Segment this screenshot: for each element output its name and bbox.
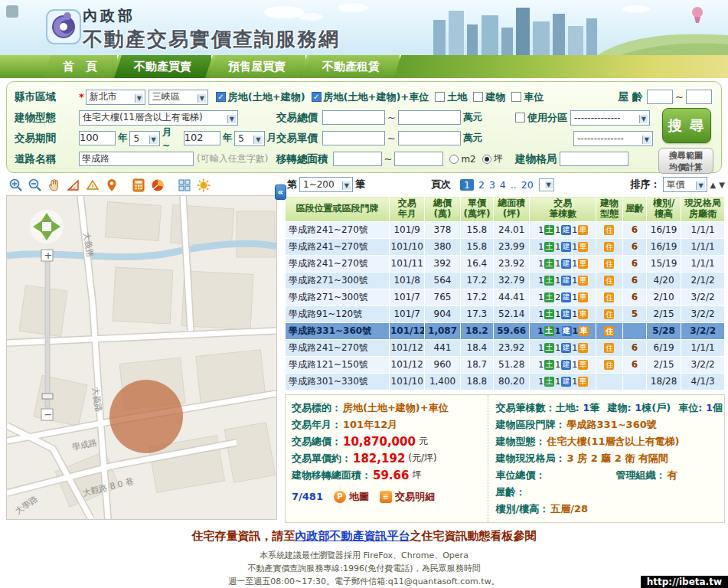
layout-detail-label: 建物現況格局： — [496, 452, 566, 466]
nav-tab[interactable]: 預售屋買賣 — [208, 55, 307, 78]
measure-distance-icon[interactable] — [65, 177, 82, 194]
age-min-input[interactable] — [647, 90, 673, 104]
pan-hand-icon[interactable] — [46, 177, 63, 194]
housing-platform-link[interactable]: 內政部不動產資訊平台 — [295, 529, 410, 543]
zoom-out-icon[interactable] — [27, 177, 44, 194]
range-average-button[interactable]: 搜尋範圍 均價計算 — [658, 148, 713, 174]
column-header[interactable]: 區段位置或區段門牌 — [286, 197, 390, 222]
target-checkbox[interactable] — [312, 92, 322, 102]
unit-price-max-input[interactable] — [398, 131, 461, 145]
cell-age — [623, 373, 647, 390]
table-row[interactable]: 學成路241~270號 101/9 378 15.8 24.01 1土1建1車 … — [286, 221, 725, 238]
ping-radio[interactable] — [482, 155, 491, 164]
map-button[interactable]: P 地圖 — [334, 490, 369, 504]
road-name-hint: (可輸入任意字數) — [197, 152, 268, 165]
sort-desc-button[interactable]: ▼ — [719, 181, 725, 189]
grid-layer-icon[interactable] — [176, 177, 193, 194]
page-link[interactable]: 1 — [460, 179, 474, 191]
column-header[interactable]: 樓別/ 樓高 — [646, 197, 681, 222]
collapse-panel-button[interactable]: « — [275, 185, 286, 200]
page-link[interactable]: 20 — [521, 179, 534, 191]
map-pan-control[interactable] — [30, 210, 64, 243]
cell-layout: 1/1/1 — [681, 255, 725, 272]
target-option[interactable]: 建物 — [473, 90, 505, 104]
zone-checkbox[interactable] — [515, 113, 525, 122]
age-max-input[interactable] — [686, 90, 712, 104]
target-checkbox[interactable] — [435, 92, 445, 102]
table-row[interactable]: 學成路271~300號 101/8 564 17.2 32.79 1土1建1車 … — [286, 272, 725, 289]
target-checkbox[interactable] — [473, 92, 483, 102]
building-layout-label: 建物格局 — [515, 152, 557, 166]
page-link[interactable]: 2 — [478, 179, 485, 191]
building-type-select[interactable]: 住宅大樓(11層含以上有電梯) — [79, 110, 238, 126]
map-canvas[interactable]: 大義路 大義路 學成路 大觀路 8 0 巷 大學路 + — [6, 195, 277, 520]
page-link[interactable]: 4 — [500, 179, 506, 191]
cell-building-type: 住 — [596, 255, 622, 272]
column-header[interactable]: 交易 年月 — [390, 197, 425, 222]
target-checkbox[interactable] — [511, 92, 521, 102]
area-max-input[interactable] — [394, 152, 443, 166]
period-end-month-select[interactable]: 5 — [234, 131, 264, 146]
column-header[interactable]: 交易 筆棟數 — [530, 197, 596, 222]
column-header[interactable]: 單價 (萬坪) — [460, 197, 493, 222]
record-range-select[interactable]: 1~200 — [299, 177, 353, 192]
page-link[interactable]: 3 — [489, 179, 495, 191]
target-option[interactable]: 土地 — [435, 90, 467, 104]
calculator-icon[interactable] — [130, 177, 147, 194]
building-layout-input[interactable] — [560, 152, 628, 166]
table-row[interactable]: 學成路301~330號 101/10 1,400 18.8 80.20 1土1建… — [286, 373, 725, 390]
zone-select[interactable]: -------------- — [570, 110, 650, 126]
period-end-year-input[interactable]: 102 — [184, 131, 220, 145]
area-min-input[interactable] — [333, 152, 382, 166]
cell-unit-price: 16.4 — [460, 255, 493, 272]
total-price-min-input[interactable] — [322, 110, 385, 125]
pie-chart-icon[interactable] — [149, 177, 166, 194]
search-radius-circle[interactable] — [109, 380, 183, 453]
nav-tab[interactable]: 不動產買賣 — [114, 55, 213, 78]
table-row[interactable]: 學成路241~270號 101/12 441 18.4 23.92 1土1建1車… — [286, 339, 725, 356]
cell-building-type — [596, 373, 622, 390]
accessibility-icon[interactable] — [6, 5, 18, 18]
target-option[interactable]: 車位 — [511, 90, 544, 104]
search-button[interactable]: 搜 尋 — [662, 108, 711, 143]
zoom-in-icon[interactable] — [8, 177, 24, 194]
unit-price-min-input[interactable] — [322, 131, 385, 145]
cell-floor: 16/19 — [646, 221, 681, 238]
measure-area-icon[interactable] — [84, 177, 101, 194]
zone-detail-select[interactable]: -------------- — [573, 131, 653, 146]
transaction-detail-button[interactable]: ≡ 交易明細 — [380, 490, 435, 504]
table-row[interactable]: 學成路121~150號 101/12 960 18.7 51.28 1土1建1車… — [286, 356, 725, 373]
legend-settings-icon[interactable] — [195, 177, 212, 194]
table-row[interactable]: 學成路271~300號 101/7 765 17.2 44.41 1土2建1車 … — [286, 289, 725, 305]
column-header[interactable]: 屋齡 — [623, 197, 647, 222]
road-name-input[interactable]: 學成路 — [79, 152, 194, 166]
column-header[interactable]: 建物 型態 — [596, 197, 622, 222]
target-checkbox[interactable] — [216, 92, 226, 102]
column-header[interactable]: 總價 (萬) — [425, 197, 460, 222]
land-count: 1 — [538, 242, 544, 252]
notice-suffix: 之住宅資訊動態看板參閱 — [410, 529, 537, 543]
target-option[interactable]: 房地(土地+建物)+車位 — [312, 90, 429, 104]
sort-asc-button[interactable]: ▲ — [710, 181, 717, 189]
building-count: 1 — [555, 259, 560, 269]
district-select[interactable]: 三峽區 — [149, 90, 208, 105]
location-marker-icon[interactable] — [103, 177, 120, 194]
m2-radio[interactable] — [449, 155, 459, 164]
nav-tab[interactable]: 不動產租賃 — [302, 55, 401, 78]
period-start-year-input[interactable]: 100 — [79, 131, 116, 145]
period-start-month-select[interactable]: 5 — [129, 131, 159, 146]
sort-field-select[interactable]: 單價 — [663, 177, 707, 192]
column-header[interactable]: 現況格局 房廳衛 — [681, 197, 725, 222]
table-row[interactable]: 學成路91~120號 101/7 904 17.3 52.14 1土1建1車 住 — [286, 305, 725, 322]
nav-tab[interactable]: 首 頁 — [43, 55, 119, 78]
page-link[interactable]: .. — [511, 179, 517, 191]
table-row[interactable]: 學成路241~270號 101/10 380 15.8 23.99 1土1建1車… — [286, 238, 725, 255]
table-row[interactable]: 學成路241~270號 101/11 392 16.4 23.92 1土1建1車… — [286, 255, 725, 272]
column-header[interactable]: 總面積 (坪) — [494, 197, 530, 222]
car-count: 1 — [572, 276, 577, 286]
total-price-max-input[interactable] — [398, 110, 461, 125]
target-option[interactable]: 房地(土地+建物) — [216, 90, 305, 104]
table-row[interactable]: 學成路331~360號 101/12 1,087 18.2 59.66 1土1建… — [286, 322, 725, 339]
city-select[interactable]: 新北市 — [86, 90, 145, 105]
page-select-dropdown[interactable] — [539, 178, 554, 191]
